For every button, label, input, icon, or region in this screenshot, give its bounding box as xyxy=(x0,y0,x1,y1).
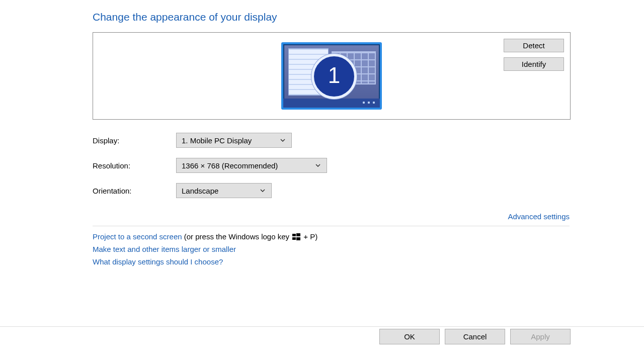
help-link[interactable]: What display settings should I choose? xyxy=(93,257,223,266)
chevron-down-icon xyxy=(279,137,286,144)
advanced-settings-link[interactable]: Advanced settings xyxy=(508,212,570,221)
display-label: Display: xyxy=(93,136,176,145)
orientation-label: Orientation: xyxy=(93,187,176,195)
page-title: Change the appearance of your display xyxy=(93,11,576,23)
svg-rect-0 xyxy=(292,234,296,236)
monitor-1-graphic[interactable]: 1 xyxy=(281,42,382,110)
orientation-dropdown-value: Landscape xyxy=(182,187,227,195)
resolution-label: Resolution: xyxy=(93,161,176,170)
project-second-screen-link[interactable]: Project to a second screen xyxy=(93,232,182,241)
separator xyxy=(93,226,570,226)
svg-rect-1 xyxy=(296,233,300,236)
svg-rect-3 xyxy=(296,237,300,240)
windows-logo-icon xyxy=(292,233,300,240)
ok-button[interactable]: OK xyxy=(379,329,440,344)
resolution-dropdown[interactable]: 1366 × 768 (Recommended) xyxy=(176,158,327,173)
resolution-dropdown-value: 1366 × 768 (Recommended) xyxy=(182,161,287,170)
display-dropdown[interactable]: 1. Mobile PC Display xyxy=(176,133,292,148)
project-hint-text-2: + P) xyxy=(301,232,317,241)
footer-separator xyxy=(0,326,644,327)
text-size-link[interactable]: Make text and other items larger or smal… xyxy=(93,245,236,253)
cancel-button[interactable]: Cancel xyxy=(445,329,505,344)
project-hint-text: (or press the Windows logo key xyxy=(182,232,292,241)
monitor-number-badge: 1 xyxy=(311,54,357,99)
identify-button[interactable]: Identify xyxy=(504,57,564,71)
orientation-dropdown[interactable]: Landscape xyxy=(176,183,272,198)
chevron-down-icon xyxy=(314,162,321,169)
svg-rect-2 xyxy=(292,237,296,240)
apply-button[interactable]: Apply xyxy=(510,329,571,344)
display-preview-box: 1 Detect Identify xyxy=(93,32,571,120)
detect-button[interactable]: Detect xyxy=(504,39,564,52)
chevron-down-icon xyxy=(259,187,266,194)
footer-button-bar: OK Cancel Apply xyxy=(0,329,644,344)
display-dropdown-value: 1. Mobile PC Display xyxy=(182,136,261,145)
